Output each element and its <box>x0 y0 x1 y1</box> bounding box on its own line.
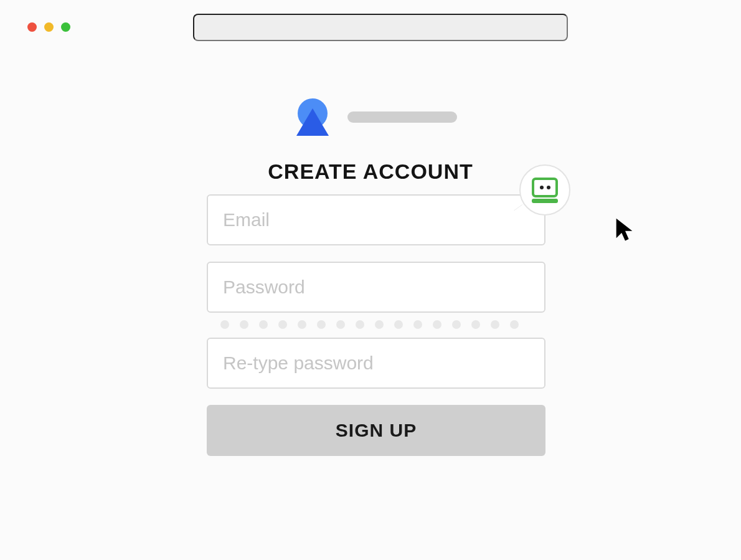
logo-text-placeholder <box>347 112 457 123</box>
maximize-button[interactable] <box>61 22 70 32</box>
minimize-button[interactable] <box>44 22 54 32</box>
roboform-icon <box>532 178 558 203</box>
autofill-popover[interactable] <box>519 164 570 216</box>
window-controls <box>27 22 70 32</box>
close-button[interactable] <box>27 22 37 32</box>
address-bar[interactable] <box>193 14 568 41</box>
email-field[interactable] <box>207 194 545 245</box>
retype-password-field[interactable] <box>207 338 545 389</box>
password-field[interactable] <box>207 262 545 313</box>
signup-form: SIGN UP <box>207 194 545 456</box>
logo-mark-icon <box>296 98 329 136</box>
page-title: CREATE ACCOUNT <box>0 159 741 184</box>
signup-button[interactable]: SIGN UP <box>207 405 545 456</box>
site-logo <box>296 98 457 136</box>
cursor-icon <box>614 217 636 242</box>
password-strength-meter <box>220 320 545 329</box>
